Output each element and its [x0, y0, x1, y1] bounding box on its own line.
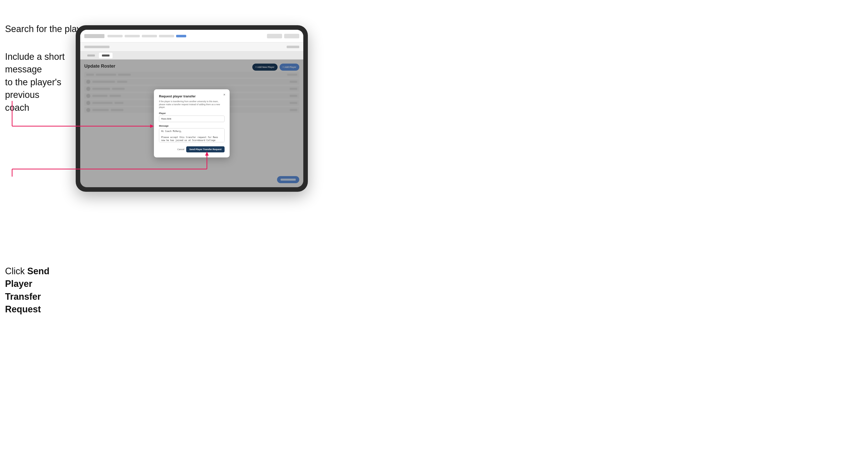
app-main: Update Roster + Add New Player + Add Pla… [80, 60, 303, 187]
nav-item-teams[interactable] [125, 35, 140, 37]
request-transfer-modal: × Request player transfer If the player … [154, 89, 229, 158]
message-label: Message [159, 125, 224, 127]
app-subheader [80, 42, 303, 52]
add-new-player-btn[interactable] [267, 34, 282, 38]
nav-item-schedule[interactable] [142, 35, 157, 37]
app-logo [84, 34, 104, 38]
modal-footer: Cancel Send Player Transfer Request [159, 146, 224, 152]
tab-roster[interactable] [84, 53, 98, 58]
logout-btn[interactable] [284, 34, 299, 38]
player-input[interactable] [159, 116, 224, 122]
tab-stats[interactable] [99, 53, 113, 58]
nav-item-tournaments[interactable] [107, 35, 123, 37]
modal-title: Request player transfer [159, 94, 224, 98]
modal-overlay: × Request player transfer If the player … [80, 60, 303, 187]
nav-item-roster[interactable] [159, 35, 174, 37]
cancel-button[interactable]: Cancel [177, 148, 184, 151]
modal-description: If the player is transferring from anoth… [159, 100, 224, 109]
send-transfer-request-button[interactable]: Send Player Transfer Request [186, 146, 224, 152]
tablet-screen: Update Roster + Add New Player + Add Pla… [80, 30, 303, 187]
tablet-frame: Update Roster + Add New Player + Add Pla… [76, 25, 308, 192]
annotation-click: Click Send Player Transfer Request [5, 265, 76, 316]
app-header-right [267, 34, 299, 38]
breadcrumb [84, 46, 110, 48]
app-nav [107, 35, 264, 37]
contact-link[interactable] [287, 46, 299, 48]
app-header [80, 30, 303, 42]
message-textarea[interactable]: Hi Coach McHarg, Please accept this tran… [159, 128, 224, 142]
player-label: Player [159, 112, 224, 115]
nav-item-blog[interactable] [176, 35, 186, 37]
app-tabs [80, 52, 303, 60]
modal-close-button[interactable]: × [222, 92, 226, 97]
annotation-message: Include a short message to the player's … [5, 51, 76, 114]
